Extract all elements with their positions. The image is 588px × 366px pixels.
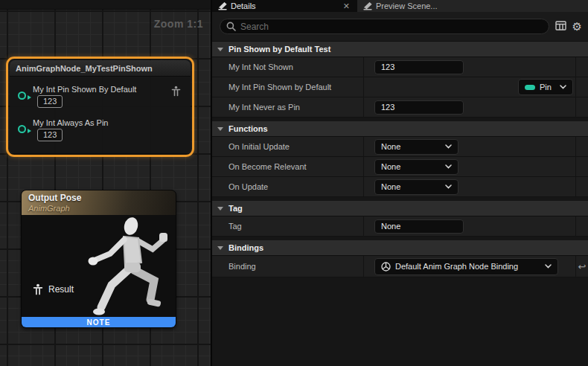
search-box[interactable] xyxy=(220,19,549,34)
tag-input[interactable] xyxy=(374,219,464,234)
search-row: ⚙ xyxy=(212,12,588,42)
result-pin-row[interactable]: Result xyxy=(33,283,74,295)
chevron-down-icon xyxy=(445,184,452,189)
running-mannequin-image xyxy=(80,216,176,317)
pin-capsule-icon xyxy=(525,85,535,90)
property-list: Pin Shown by Default Test My Int Not Sho… xyxy=(212,42,588,366)
tab-preview-scene[interactable]: Preview Scene... xyxy=(356,0,588,12)
binding-icon xyxy=(381,262,391,272)
int-pin-icon[interactable] xyxy=(18,92,26,100)
tab-bar: Details ✕ Preview Scene... xyxy=(212,0,588,12)
collapse-arrow-icon xyxy=(217,246,223,250)
collapse-arrow-icon xyxy=(217,207,223,211)
node-title: AnimGraphNode_MyTestPinShown xyxy=(16,64,153,73)
settings-gear-icon[interactable]: ⚙ xyxy=(572,21,582,32)
node-header[interactable]: AnimGraphNode_MyTestPinShown xyxy=(10,60,191,77)
int-pin-icon[interactable] xyxy=(18,125,26,133)
note-label: NOTE xyxy=(87,318,111,327)
result-pin-label: Result xyxy=(48,284,74,295)
property-row: On Update None xyxy=(212,177,588,197)
property-row: My Int Never as Pin xyxy=(212,97,588,118)
panel-empty-area xyxy=(212,277,588,366)
pose-pin-icon xyxy=(33,283,43,295)
pin-mode-dropdown[interactable]: Pin xyxy=(518,79,573,95)
pin-label: My Int Pin Shown By Default xyxy=(33,85,136,94)
anim-graph-canvas[interactable]: Zoom 1:1 AnimGraphNode_MyTestPinShown My… xyxy=(0,0,211,366)
on-become-relevant-dropdown[interactable]: None xyxy=(374,159,458,175)
category-header[interactable]: Tag xyxy=(212,201,588,216)
my-int-never-as-pin-input[interactable] xyxy=(374,100,464,115)
search-input[interactable] xyxy=(240,22,543,32)
property-row: On Become Relevant None xyxy=(212,157,588,177)
output-pose-node[interactable]: Output Pose AnimGraph xyxy=(21,190,176,328)
property-row: Tag xyxy=(212,216,588,237)
reset-to-default-icon[interactable]: ↩ xyxy=(578,262,587,272)
pin-value-box[interactable]: 123 xyxy=(37,95,63,108)
unreal-editor-window: Zoom 1:1 AnimGraphNode_MyTestPinShown My… xyxy=(0,0,588,366)
my-int-not-shown-input[interactable] xyxy=(374,60,464,74)
chevron-down-icon xyxy=(560,85,566,89)
pin-row: My Int Always As Pin 123 xyxy=(10,114,191,144)
property-row: My Int Pin Shown by Default Pin xyxy=(212,77,588,97)
property-row: My Int Not Shown xyxy=(212,57,588,77)
property-row: On Initial Update None xyxy=(212,137,588,157)
node-subtitle: AnimGraph xyxy=(28,204,176,214)
details-pen-icon xyxy=(363,2,372,10)
pushpin-icon[interactable] xyxy=(171,86,181,100)
collapse-arrow-icon xyxy=(217,127,223,131)
category-header[interactable]: Bindings xyxy=(212,240,588,256)
node-body: Result xyxy=(22,215,176,317)
chevron-down-icon xyxy=(445,164,452,169)
property-row: Binding Default Anim Graph Node Binding xyxy=(212,256,588,277)
tab-details[interactable]: Details ✕ xyxy=(212,0,356,12)
search-icon xyxy=(226,22,236,31)
pin-value-box[interactable]: 123 xyxy=(37,129,63,141)
on-initial-update-dropdown[interactable]: None xyxy=(374,139,458,155)
anim-graph-test-node[interactable]: AnimGraphNode_MyTestPinShown My Int Pin … xyxy=(10,60,191,153)
tab-label: Details xyxy=(231,1,256,10)
node-header[interactable]: Output Pose AnimGraph xyxy=(22,190,176,215)
node-selection-outline: AnimGraphNode_MyTestPinShown My Int Pin … xyxy=(6,57,194,157)
note-bar[interactable]: NOTE xyxy=(22,317,176,327)
chevron-down-icon xyxy=(445,144,452,149)
display-filter-icon[interactable] xyxy=(555,21,566,32)
node-title: Output Pose xyxy=(28,193,176,204)
pin-row: My Int Pin Shown By Default 123 xyxy=(10,80,191,110)
pin-label: My Int Always As Pin xyxy=(33,118,108,127)
zoom-indicator: Zoom 1:1 xyxy=(154,18,203,30)
close-tab-icon[interactable]: ✕ xyxy=(343,2,350,10)
tab-label: Preview Scene... xyxy=(376,1,438,10)
binding-dropdown[interactable]: Default Anim Graph Node Binding xyxy=(374,258,558,275)
details-panel: Details ✕ Preview Scene... xyxy=(212,0,588,366)
category-header[interactable]: Pin Shown by Default Test xyxy=(212,42,588,57)
on-update-dropdown[interactable]: None xyxy=(374,179,458,195)
graph-top-shading xyxy=(0,0,211,10)
collapse-arrow-icon xyxy=(217,48,223,51)
chevron-down-icon xyxy=(545,264,552,269)
details-pen-icon xyxy=(218,2,227,10)
category-header[interactable]: Functions xyxy=(212,121,588,137)
